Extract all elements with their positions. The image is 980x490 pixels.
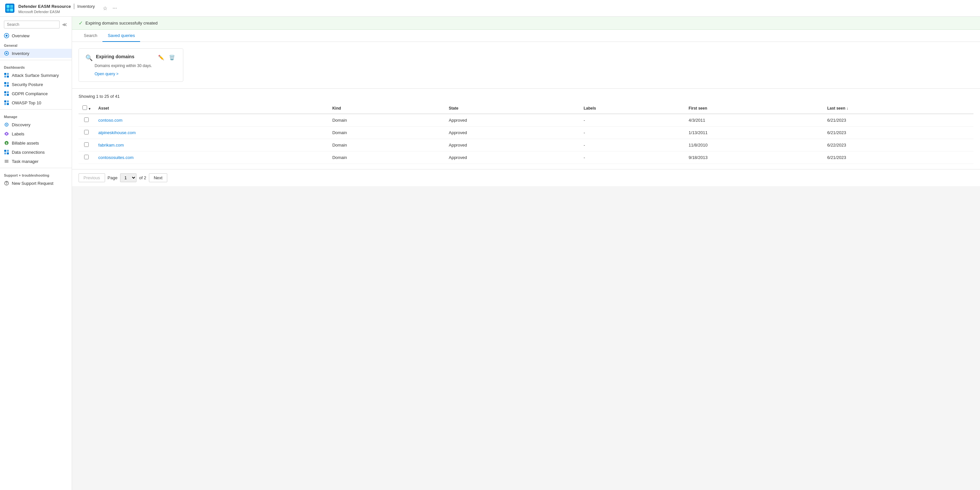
svg-rect-33 (7, 152, 9, 154)
cell-state: Approved (445, 114, 580, 127)
select-all-checkbox[interactable] (83, 105, 87, 110)
tab-search[interactable]: Search (78, 30, 102, 42)
cell-labels: - (580, 127, 685, 139)
row-checkbox-cell (78, 139, 94, 151)
sidebar-item-inventory[interactable]: Inventory (0, 49, 72, 58)
app-title: Defender EASM Resource | Inventory (18, 3, 95, 10)
sidebar-item-owasp-top-10[interactable]: OWASP Top 10 (0, 98, 72, 107)
sidebar-item-labels[interactable]: Labels (0, 129, 72, 138)
cell-asset: contososuites.com (94, 151, 328, 164)
data-connections-icon (4, 149, 9, 155)
overview-icon (4, 33, 9, 38)
owasp-icon (4, 100, 9, 105)
row-select-checkbox[interactable] (84, 155, 89, 159)
discovery-icon (4, 122, 9, 127)
sidebar-item-new-support-request[interactable]: New Support Request (0, 179, 72, 188)
sidebar-item-data-connections[interactable]: Data connections (0, 147, 72, 157)
favorite-button[interactable]: ☆ (102, 5, 109, 12)
sidebar-item-label: New Support Request (12, 181, 53, 186)
cell-first-seen: 9/18/2013 (685, 151, 823, 164)
section-label-support: Support + troubleshooting (0, 170, 72, 179)
collapse-sidebar-button[interactable]: ≪ (62, 21, 68, 28)
cell-last-seen: 6/21/2023 (823, 127, 974, 139)
table-row: fabrikam.com Domain Approved - 11/8/2010… (78, 139, 974, 151)
sidebar-item-label: Inventory (12, 51, 29, 56)
inventory-icon (4, 51, 9, 56)
query-card-expiring-domains: 🔍 Expiring domains ✏️ 🗑️ Domains expirin… (78, 48, 183, 82)
sidebar-item-label: OWASP Top 10 (12, 100, 41, 105)
cell-state: Approved (445, 127, 580, 139)
cell-asset: alpineskihouse.com (94, 127, 328, 139)
sidebar-item-billable-assets[interactable]: $ Billable assets (0, 138, 72, 147)
page-select[interactable]: 1 2 (120, 173, 137, 182)
svg-rect-30 (4, 150, 6, 152)
header-chevron: ▾ (89, 107, 90, 111)
svg-rect-22 (4, 103, 6, 105)
sidebar-item-label: Billable assets (12, 141, 39, 146)
svg-rect-8 (4, 73, 6, 75)
sidebar-item-gdpr-compliance[interactable]: GDPR Compliance (0, 89, 72, 98)
cell-last-seen: 6/21/2023 (823, 151, 974, 164)
cell-labels: - (580, 151, 685, 164)
asset-link[interactable]: alpineskihouse.com (98, 130, 135, 135)
cell-labels: - (580, 139, 685, 151)
svg-rect-11 (7, 76, 9, 78)
cell-state: Approved (445, 151, 580, 164)
labels-icon (4, 131, 9, 136)
edit-query-button[interactable]: ✏️ (157, 54, 165, 61)
asset-link[interactable]: contoso.com (98, 118, 123, 123)
svg-rect-0 (5, 3, 14, 13)
svg-rect-18 (4, 94, 6, 96)
cell-kind: Domain (328, 114, 445, 127)
task-manager-icon (4, 159, 9, 164)
svg-point-24 (5, 123, 8, 126)
sidebar-item-discovery[interactable]: Discovery (0, 120, 72, 129)
svg-rect-20 (4, 100, 6, 102)
col-header-first-seen[interactable]: First seen (685, 103, 823, 114)
section-label-manage: Manage (0, 111, 72, 120)
asset-link[interactable]: fabrikam.com (98, 143, 124, 147)
page-label: Page (108, 175, 118, 180)
previous-button[interactable]: Previous (78, 173, 105, 182)
svg-rect-34 (5, 160, 8, 160)
cell-last-seen: 6/22/2023 (823, 139, 974, 151)
cell-kind: Domain (328, 139, 445, 151)
svg-rect-35 (5, 161, 8, 162)
notification-message: Expiring domains successfully created (86, 21, 158, 25)
col-header-last-seen[interactable]: Last seen ↓ (823, 103, 974, 114)
billable-assets-icon: $ (4, 140, 9, 146)
sidebar-search-area: ≪ (0, 17, 72, 31)
asset-link[interactable]: contososuites.com (98, 155, 134, 160)
cell-first-seen: 11/8/2010 (685, 139, 823, 151)
sidebar-item-label: Overview (12, 33, 29, 38)
row-select-checkbox[interactable] (84, 130, 89, 135)
search-input[interactable] (4, 21, 60, 29)
table-header-row: ▾ Asset Kind State Labels First seen Las… (78, 103, 974, 114)
row-select-checkbox[interactable] (84, 142, 89, 147)
svg-rect-16 (4, 91, 6, 93)
sidebar-item-label: Labels (12, 132, 24, 136)
svg-rect-17 (7, 91, 9, 93)
tab-saved-queries[interactable]: Saved queries (102, 30, 140, 42)
sidebar-item-attack-surface-summary[interactable]: Attack Surface Summary (0, 71, 72, 80)
col-header-labels[interactable]: Labels (580, 103, 685, 114)
svg-rect-3 (6, 8, 10, 11)
main-content: ✓ Expiring domains successfully created … (72, 17, 980, 490)
svg-rect-21 (7, 100, 9, 102)
open-query-link[interactable]: Open query > (95, 71, 118, 76)
next-button[interactable]: Next (149, 173, 168, 182)
more-options-button[interactable]: ··· (111, 5, 118, 12)
sidebar-item-overview[interactable]: Overview (0, 31, 72, 40)
select-all-header: ▾ (78, 103, 94, 114)
col-header-asset[interactable]: Asset (94, 103, 328, 114)
delete-query-button[interactable]: 🗑️ (168, 54, 177, 61)
col-header-state[interactable]: State (445, 103, 580, 114)
col-header-kind[interactable]: Kind (328, 103, 445, 114)
row-select-checkbox[interactable] (84, 117, 89, 122)
svg-rect-1 (6, 5, 10, 8)
cell-labels: - (580, 114, 685, 127)
sidebar-item-task-manager[interactable]: Task manager (0, 157, 72, 166)
support-icon (4, 181, 9, 186)
svg-rect-12 (4, 82, 6, 84)
sidebar-item-security-posture[interactable]: Security Posture (0, 80, 72, 89)
